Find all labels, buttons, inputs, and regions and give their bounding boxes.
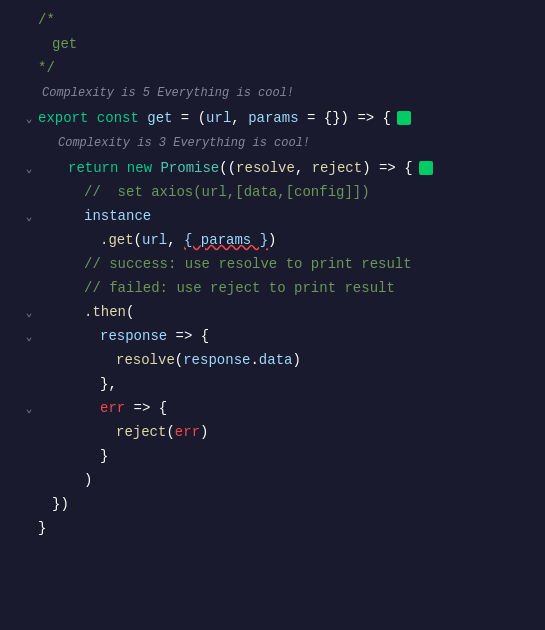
token-params: { params } — [184, 232, 268, 248]
token: => { — [125, 400, 167, 416]
token: , — [167, 232, 184, 248]
line-content: ) — [36, 472, 545, 488]
token — [152, 160, 160, 176]
complexity-text: Complexity is 3 Everything is cool! — [52, 136, 310, 150]
token: params — [248, 110, 298, 126]
line-content: }) — [36, 496, 545, 512]
token: url — [206, 110, 231, 126]
token: } — [38, 520, 46, 536]
token: resolve — [116, 352, 175, 368]
fold-chevron[interactable]: ⌄ — [22, 112, 36, 125]
token: return — [68, 160, 118, 176]
line-content: */ — [36, 60, 545, 76]
token: reject — [116, 424, 166, 440]
token: ( — [198, 110, 206, 126]
token — [139, 110, 147, 126]
line-content: response => { — [36, 328, 545, 344]
line-content: } — [36, 448, 545, 464]
line-content: }, — [36, 376, 545, 392]
token: = — [299, 110, 324, 126]
complexity-badge — [397, 111, 411, 125]
token: get — [52, 36, 77, 52]
token: {} — [324, 110, 341, 126]
code-line: } — [0, 516, 545, 540]
token — [88, 110, 96, 126]
token: new — [127, 160, 152, 176]
token: Promise — [160, 160, 219, 176]
token: }) — [52, 496, 69, 512]
token: ) => { — [362, 160, 412, 176]
code-line: }, — [0, 372, 545, 396]
token: ( — [134, 232, 142, 248]
token: ) — [268, 232, 276, 248]
fold-chevron[interactable]: ⌄ — [22, 306, 36, 319]
code-line: ⌄ instance — [0, 204, 545, 228]
token: /* — [38, 12, 55, 28]
line-content: return new Promise (( resolve , reject )… — [36, 160, 545, 176]
token: ) — [84, 472, 92, 488]
code-editor: /* get */ Complexity is 5 Everything is … — [0, 0, 545, 630]
code-line: get — [0, 32, 545, 56]
code-line: } — [0, 444, 545, 468]
token — [118, 160, 126, 176]
code-line: */ — [0, 56, 545, 80]
code-line: resolve ( response . data ) — [0, 348, 545, 372]
code-line: .get ( url , { params } ) — [0, 228, 545, 252]
fold-chevron[interactable]: ⌄ — [22, 402, 36, 415]
token: export — [38, 110, 88, 126]
token: ) — [292, 352, 300, 368]
code-line: reject ( err ) — [0, 420, 545, 444]
token: // failed: use reject to print result — [84, 280, 395, 296]
line-content: } — [36, 520, 545, 536]
token: ) — [200, 424, 208, 440]
token: url — [142, 232, 167, 248]
token: // success: use resolve to print result — [84, 256, 412, 272]
complexity-text: Complexity is 5 Everything is cool! — [36, 86, 294, 100]
token: => { — [167, 328, 209, 344]
complexity-info: Complexity is 3 Everything is cool! — [0, 130, 545, 156]
line-content: .then ( — [36, 304, 545, 320]
code-line: }) — [0, 492, 545, 516]
token: } — [100, 448, 108, 464]
fold-chevron[interactable]: ⌄ — [22, 162, 36, 175]
token: err — [100, 400, 125, 416]
token: .get — [100, 232, 134, 248]
code-line: ⌄ err => { — [0, 396, 545, 420]
token: , — [231, 110, 248, 126]
code-line: // failed: use reject to print result — [0, 276, 545, 300]
fold-chevron[interactable]: ⌄ — [22, 330, 36, 343]
token: err — [175, 424, 200, 440]
token: ( — [126, 304, 134, 320]
code-line: ⌄ export const get = ( url , params = {}… — [0, 106, 545, 130]
fold-chevron[interactable]: ⌄ — [22, 210, 36, 223]
token: // set axios(url,[data,[config]]) — [84, 184, 370, 200]
token: data — [259, 352, 293, 368]
line-content: /* — [36, 12, 545, 28]
token: ) => { — [341, 110, 391, 126]
line-content: get — [36, 36, 545, 52]
token: resolve — [236, 160, 295, 176]
token: */ — [38, 60, 55, 76]
code-line: ⌄ response => { — [0, 324, 545, 348]
token: . — [250, 352, 258, 368]
token: ( — [166, 424, 174, 440]
code-line: // success: use resolve to print result — [0, 252, 545, 276]
code-line: ⌄ .then ( — [0, 300, 545, 324]
token: ( — [175, 352, 183, 368]
line-content: // set axios(url,[data,[config]]) — [36, 184, 545, 200]
code-line: /* — [0, 8, 545, 32]
complexity-badge — [419, 161, 433, 175]
complexity-info: Complexity is 5 Everything is cool! — [0, 80, 545, 106]
token: }, — [100, 376, 117, 392]
line-content: instance — [36, 208, 545, 224]
token: .then — [84, 304, 126, 320]
line-content: export const get = ( url , params = {} )… — [36, 110, 545, 126]
line-content: err => { — [36, 400, 545, 416]
token: (( — [219, 160, 236, 176]
token: const — [97, 110, 139, 126]
line-content: // success: use resolve to print result — [36, 256, 545, 272]
line-content: // failed: use reject to print result — [36, 280, 545, 296]
token: = — [172, 110, 197, 126]
token-instance: instance — [84, 208, 151, 224]
code-line: ⌄ return new Promise (( resolve , reject… — [0, 156, 545, 180]
